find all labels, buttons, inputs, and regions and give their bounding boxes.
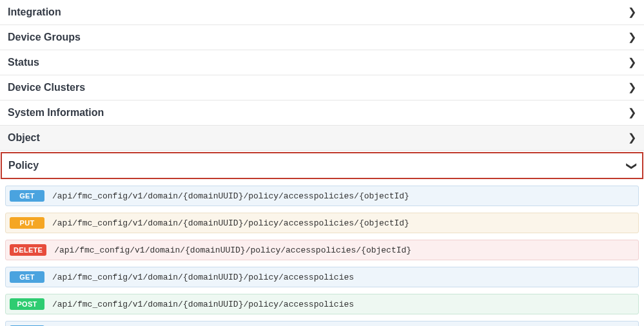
- section-title: System Information: [8, 107, 104, 119]
- method-badge-delete: DELETE: [10, 244, 46, 256]
- section-device-groups[interactable]: Device Groups ❯: [0, 25, 644, 50]
- chevron-right-icon: ❯: [628, 133, 636, 143]
- method-badge-post: POST: [10, 298, 44, 310]
- chevron-right-icon: ❯: [628, 32, 636, 43]
- chevron-right-icon: ❯: [628, 57, 636, 68]
- section-title: Device Groups: [8, 32, 81, 43]
- method-badge-put: PUT: [10, 217, 44, 229]
- section-status[interactable]: Status ❯: [0, 50, 644, 75]
- method-badge-get: GET: [10, 271, 44, 283]
- chevron-right-icon: ❯: [628, 82, 636, 93]
- endpoint-row[interactable]: DELETE /api/fmc_config/v1/domain/{domain…: [5, 240, 639, 260]
- section-title: Device Clusters: [8, 82, 85, 93]
- chevron-right-icon: ❯: [628, 108, 636, 118]
- endpoint-row[interactable]: GET /api/fmc_config/v1/domain/{domainUUI…: [5, 267, 639, 287]
- endpoint-row[interactable]: GET /api/fmc_config/v1/domain/{domainUUI…: [5, 186, 639, 206]
- method-badge-get: GET: [10, 190, 44, 202]
- section-policy[interactable]: Policy ❯: [1, 152, 643, 179]
- section-object[interactable]: Object ❯: [0, 126, 644, 151]
- endpoint-path: /api/fmc_config/v1/domain/{domainUUID}/p…: [52, 273, 354, 282]
- policy-endpoints: GET /api/fmc_config/v1/domain/{domainUUI…: [0, 183, 644, 326]
- section-title: Policy: [8, 160, 39, 171]
- endpoint-row[interactable]: PUT /api/fmc_config/v1/domain/{domainUUI…: [5, 213, 639, 233]
- section-integration[interactable]: Integration ❯: [0, 0, 644, 25]
- endpoint-path: /api/fmc_config/v1/domain/{domainUUID}/p…: [54, 245, 411, 255]
- section-title: Integration: [8, 6, 61, 18]
- chevron-right-icon: ❯: [628, 7, 636, 17]
- endpoint-row[interactable]: GET /api/fmc_config/v1/domain/{domainUUI…: [5, 321, 639, 326]
- chevron-down-icon: ❯: [627, 162, 637, 170]
- section-title: Status: [8, 57, 39, 68]
- endpoint-row[interactable]: POST /api/fmc_config/v1/domain/{domainUU…: [5, 294, 639, 314]
- section-device-clusters[interactable]: Device Clusters ❯: [0, 75, 644, 101]
- endpoint-path: /api/fmc_config/v1/domain/{domainUUID}/p…: [52, 300, 354, 309]
- section-system-information[interactable]: System Information ❯: [0, 101, 644, 126]
- section-title: Object: [8, 132, 40, 144]
- endpoint-path: /api/fmc_config/v1/domain/{domainUUID}/p…: [52, 218, 409, 228]
- endpoint-path: /api/fmc_config/v1/domain/{domainUUID}/p…: [52, 191, 409, 201]
